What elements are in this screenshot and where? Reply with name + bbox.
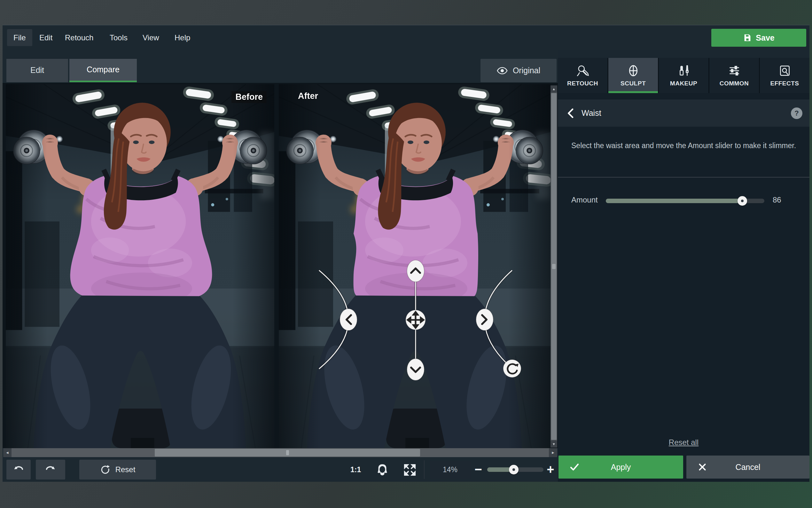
tab-makeup[interactable]: MAKEUP xyxy=(659,58,708,93)
cancel-button[interactable]: Cancel xyxy=(686,456,809,478)
amount-label: Amount xyxy=(571,196,598,204)
menu-bar: File Edit Retouch Tools View Help Save xyxy=(3,25,809,50)
horizontal-scrollbar[interactable]: ◄ ► xyxy=(3,448,557,457)
panel-tabs: RETOUCH SCULPT MAKEUP COMMON EFFECTS xyxy=(558,58,809,93)
redo-icon xyxy=(45,465,56,474)
menu-edit[interactable]: Edit xyxy=(33,29,59,46)
menu-file[interactable]: File xyxy=(7,29,32,46)
tab-compare-label: Compare xyxy=(87,65,120,74)
save-label: Save xyxy=(756,33,774,43)
zoom-slider[interactable] xyxy=(487,467,543,472)
reset-all-link[interactable]: Reset all xyxy=(558,438,809,447)
handle-left[interactable] xyxy=(340,309,357,331)
app-window: File Edit Retouch Tools View Help Save E… xyxy=(3,25,809,481)
tab-sculpt[interactable]: SCULPT xyxy=(608,58,658,93)
save-button[interactable]: Save xyxy=(711,29,806,47)
status-bar: Reset 1:1 14% − + xyxy=(3,458,558,482)
tab-common-label: COMMON xyxy=(720,80,749,87)
undo-icon xyxy=(13,465,24,474)
handle-up[interactable] xyxy=(407,260,424,282)
makeup-icon xyxy=(677,64,690,77)
horizontal-scroll-thumb[interactable] xyxy=(155,449,420,457)
menu-help[interactable]: Help xyxy=(168,29,197,46)
tab-sculpt-label: SCULPT xyxy=(621,80,646,87)
toolbar-separator xyxy=(424,460,425,479)
tab-retouch[interactable]: RETOUCH xyxy=(558,58,607,93)
scroll-grip xyxy=(286,450,289,455)
vertical-scroll-thumb[interactable] xyxy=(551,93,557,440)
actual-size-button[interactable]: 1:1 xyxy=(350,460,361,479)
tab-compare[interactable]: Compare xyxy=(69,59,137,82)
sculpt-icon xyxy=(627,64,640,77)
scroll-right-arrow[interactable]: ► xyxy=(549,448,557,457)
fit-face-button[interactable] xyxy=(375,463,389,477)
retouch-icon xyxy=(576,64,589,77)
close-icon xyxy=(697,462,708,472)
handle-right[interactable] xyxy=(476,309,493,331)
tab-makeup-label: MAKEUP xyxy=(670,80,697,87)
amount-slider[interactable] xyxy=(606,199,764,203)
tab-effects-label: EFFECTS xyxy=(770,80,799,87)
help-icon[interactable]: ? xyxy=(791,108,802,119)
tools-panel: RETOUCH SCULPT MAKEUP COMMON EFFECTS xyxy=(558,58,809,482)
vertical-scrollbar[interactable]: ▲ ▼ xyxy=(551,85,557,448)
menu-retouch[interactable]: Retouch xyxy=(58,29,100,46)
back-button[interactable] xyxy=(565,107,577,119)
original-toggle[interactable]: Original xyxy=(480,59,557,82)
tab-common[interactable]: COMMON xyxy=(709,58,759,93)
tab-retouch-label: RETOUCH xyxy=(567,80,598,87)
tool-title: Waist xyxy=(581,99,601,127)
save-icon xyxy=(743,33,752,42)
original-label: Original xyxy=(513,66,540,75)
undo-button[interactable] xyxy=(6,460,31,479)
menu-tools[interactable]: Tools xyxy=(103,29,134,46)
handle-rotate[interactable] xyxy=(503,359,521,378)
zoom-out-button[interactable]: − xyxy=(473,464,484,476)
tool-description: Select the waist area and move the Amoun… xyxy=(571,138,800,153)
desktop-background: File Edit Retouch Tools View Help Save E… xyxy=(0,0,812,508)
reset-label: Reset xyxy=(115,465,136,474)
zoom-slider-thumb[interactable] xyxy=(509,465,519,474)
amount-slider-thumb[interactable] xyxy=(737,196,747,206)
after-image: After xyxy=(279,84,551,448)
scroll-grip xyxy=(552,264,556,269)
amount-slider-fill xyxy=(606,199,742,203)
zoom-in-button[interactable]: + xyxy=(545,464,556,476)
reset-icon xyxy=(100,465,110,475)
check-icon xyxy=(569,462,580,472)
waist-sculpt-overlay xyxy=(279,84,551,448)
tab-effects[interactable]: EFFECTS xyxy=(760,58,809,93)
reset-button[interactable]: Reset xyxy=(79,460,156,479)
scroll-left-arrow[interactable]: ◄ xyxy=(3,448,11,457)
handle-down[interactable] xyxy=(407,358,424,380)
tool-header: Waist ? xyxy=(558,99,809,127)
menu-view[interactable]: View xyxy=(136,29,165,46)
scroll-up-arrow[interactable]: ▲ xyxy=(551,85,557,92)
eye-icon xyxy=(497,67,508,75)
redo-button[interactable] xyxy=(36,460,65,479)
before-image: Before xyxy=(6,84,274,448)
image-canvas: Before xyxy=(3,83,558,448)
panel-divider xyxy=(558,177,809,177)
effects-icon xyxy=(778,64,792,77)
tab-edit[interactable]: Edit xyxy=(6,59,68,82)
zoom-percent: 14% xyxy=(430,461,471,478)
handle-move[interactable] xyxy=(406,310,426,330)
scroll-down-arrow[interactable]: ▼ xyxy=(551,440,557,448)
view-bar: Edit Compare Original xyxy=(3,50,558,83)
before-label: Before xyxy=(232,91,267,103)
fit-screen-button[interactable] xyxy=(403,463,417,477)
common-icon xyxy=(728,64,741,77)
apply-button[interactable]: Apply xyxy=(559,456,683,478)
before-photo xyxy=(6,84,274,448)
amount-value: 86 xyxy=(773,196,781,204)
